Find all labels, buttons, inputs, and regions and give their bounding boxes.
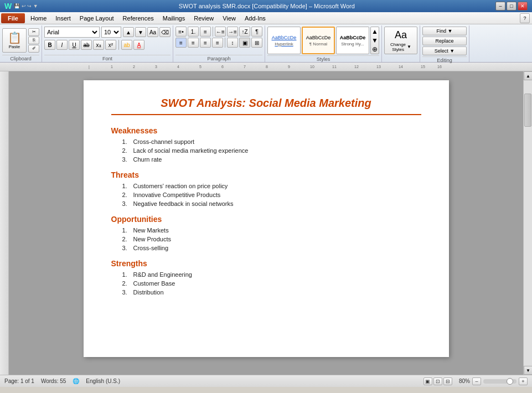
menu-bar: File Home Insert Page Layout References … <box>0 12 532 24</box>
clear-formatting-button[interactable]: ⌫ <box>159 27 171 37</box>
strengths-list: 1.R&D and Engineering 2.Customer Base 3.… <box>111 271 421 296</box>
document-page: SWOT Analysis: Social Media Marketing We… <box>84 80 449 357</box>
mailings-menu[interactable]: Mailings <box>158 12 189 24</box>
strikethrough-button[interactable]: ab <box>81 40 92 50</box>
shading-button[interactable]: ▣ <box>239 38 250 48</box>
copy-button[interactable]: ⎘ <box>28 37 39 44</box>
close-button[interactable]: ✕ <box>518 2 528 11</box>
threats-list: 1.Customers' reaction on price policy 2.… <box>111 183 421 207</box>
scroll-up-button[interactable]: ▲ <box>524 71 532 80</box>
ruler-content: | 1 2 3 4 5 6 7 8 9 10 11 12 13 14 15 16 <box>89 63 454 71</box>
increase-indent-button[interactable]: →≡ <box>227 27 238 37</box>
style-normal-button[interactable]: AaBbCcDe ¶ Normal <box>302 27 335 54</box>
threats-heading: Threats <box>111 170 421 179</box>
superscript-button[interactable]: x² <box>105 40 116 50</box>
paragraph-label: Paragraph <box>175 55 262 62</box>
horizontal-ruler: | 1 2 3 4 5 6 7 8 9 10 11 12 13 14 15 16 <box>0 63 532 71</box>
cut-button[interactable]: ✂ <box>28 28 39 36</box>
show-hide-button[interactable]: ¶ <box>251 27 262 37</box>
styles-scroll-button[interactable]: ▲▼⊕ <box>370 27 379 54</box>
change-case-button[interactable]: Aa <box>147 27 158 37</box>
multilevel-list-button[interactable]: ≡ <box>200 27 211 37</box>
highlight-button[interactable]: ab <box>121 40 132 50</box>
decrease-font-button[interactable]: ▼ <box>135 27 146 37</box>
main-area: SWOT Analysis: Social Media Marketing We… <box>0 71 532 375</box>
list-item: 2.Customer Base <box>122 280 421 287</box>
change-styles-button[interactable]: Aa Change Styles ▼ <box>384 27 417 54</box>
change-styles-icon: Aa <box>395 29 407 41</box>
language-icon: 🌐 <box>73 378 79 384</box>
strengths-heading: Strengths <box>111 259 421 268</box>
window-title: SWOT analysis SMR.docx [Compatibility Mo… <box>179 3 355 9</box>
subscript-button[interactable]: x₂ <box>93 40 104 50</box>
paste-icon: 📋 <box>8 31 22 44</box>
review-menu[interactable]: Review <box>189 12 218 24</box>
status-right: ▣ ⊡ ⊟ 80% – + <box>423 378 528 385</box>
document-area: SWOT Analysis: Social Media Marketing We… <box>9 71 532 375</box>
decrease-indent-button[interactable]: ←≡ <box>215 27 226 37</box>
numbering-button[interactable]: 1. <box>188 27 199 37</box>
list-item: 1.R&D and Engineering <box>122 271 421 278</box>
word-icon: W <box>4 2 12 11</box>
bullets-button[interactable]: ≡• <box>175 27 187 37</box>
zoom-out-button[interactable]: – <box>472 378 481 385</box>
minimize-button[interactable]: – <box>495 2 505 11</box>
word-count: Words: 55 <box>41 378 66 384</box>
insert-menu[interactable]: Insert <box>51 12 75 24</box>
align-left-button[interactable]: ≡ <box>175 38 187 48</box>
font-name-select[interactable]: Arial <box>44 27 100 38</box>
zoom-level: 80% <box>459 378 470 384</box>
references-menu[interactable]: References <box>118 12 158 24</box>
justify-button[interactable]: ≡ <box>212 38 223 48</box>
ribbon: 📋 Paste ✂ ⎘ ✐ Clipboard Arial <box>0 24 532 63</box>
normal-style-label: ¶ Normal <box>309 42 327 46</box>
bold-button[interactable]: B <box>44 40 55 50</box>
vertical-scrollbar: ▲ ▼ <box>523 71 532 375</box>
strong-style-text: AaBbCcDe <box>340 35 366 40</box>
italic-button[interactable]: I <box>56 40 68 50</box>
clipboard-small-buttons: ✂ ⎘ ✐ <box>28 28 39 53</box>
align-center-button[interactable]: ≡ <box>188 38 199 48</box>
page-layout-menu[interactable]: Page Layout <box>75 12 118 24</box>
style-strong-button[interactable]: AaBbCcDe Strong Hy... <box>336 27 369 54</box>
find-button[interactable]: Find ▼ <box>422 27 467 35</box>
increase-font-button[interactable]: ▲ <box>123 27 134 37</box>
quick-access-toolbar: 💾 ↩ ↪ ▼ <box>14 3 38 9</box>
zoom-slider[interactable] <box>483 379 516 384</box>
font-label: Font <box>44 55 171 62</box>
change-styles-label: Change Styles ▼ <box>390 42 411 52</box>
paste-button[interactable]: 📋 Paste <box>2 28 27 53</box>
zoom-in-button[interactable]: + <box>519 378 528 385</box>
font-color-button[interactable]: A <box>133 40 144 50</box>
normal-style-text: AaBbCcDe <box>306 35 331 40</box>
borders-button[interactable]: ⊞ <box>251 38 262 48</box>
format-painter-button[interactable]: ✐ <box>28 45 39 53</box>
view-menu[interactable]: View <box>218 12 240 24</box>
full-screen-button[interactable]: ⊡ <box>433 378 442 385</box>
font-size-select[interactable]: 10 <box>101 27 121 38</box>
replace-button[interactable]: Replace <box>422 37 467 45</box>
scroll-down-button[interactable]: ▼ <box>524 366 532 375</box>
list-item: 3.Distribution <box>122 289 421 296</box>
file-menu[interactable]: File <box>1 13 25 23</box>
list-item: 3.Churn rate <box>122 156 421 163</box>
status-bar: Page: 1 of 1 Words: 55 🌐 English (U.S.) … <box>0 375 532 387</box>
strong-style-label: Strong Hy... <box>341 42 364 46</box>
list-item: 2.New Products <box>122 236 421 242</box>
add-ins-menu[interactable]: Add-Ins <box>240 12 270 24</box>
line-spacing-button[interactable]: ↕ <box>227 38 238 48</box>
print-layout-button[interactable]: ▣ <box>423 378 432 385</box>
style-hyperlink-button[interactable]: AaBbCcDe Hyperlink <box>267 27 301 54</box>
maximize-button[interactable]: □ <box>507 2 516 11</box>
web-layout-button[interactable]: ⊟ <box>443 378 452 385</box>
list-item: 2.Lack of social media marketing experie… <box>122 147 421 154</box>
scrollbar-thumb[interactable] <box>524 94 531 127</box>
select-button[interactable]: Select ▼ <box>422 46 467 55</box>
align-right-button[interactable]: ≡ <box>200 38 211 48</box>
home-menu[interactable]: Home <box>26 12 51 24</box>
sort-button[interactable]: ↑Z <box>239 27 250 37</box>
underline-button[interactable]: U <box>69 40 80 50</box>
ribbon-help-icon[interactable]: ? <box>520 13 530 23</box>
title-bar-left: W 💾 ↩ ↪ ▼ <box>4 2 38 11</box>
document-scroll[interactable]: SWOT Analysis: Social Media Marketing We… <box>9 71 523 375</box>
